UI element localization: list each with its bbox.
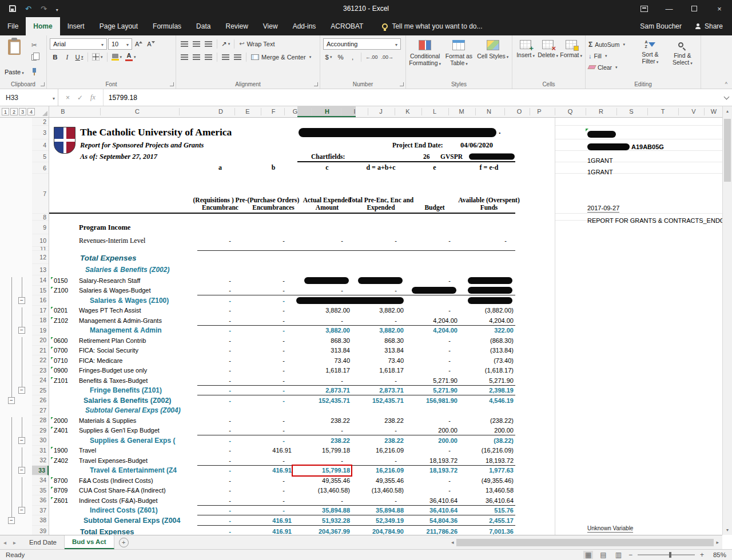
- borders-button[interactable]: [91, 51, 104, 63]
- redo-icon[interactable]: ↷: [41, 5, 47, 13]
- align-left-button[interactable]: [179, 51, 190, 63]
- account-name[interactable]: Fringes-Budget use only: [79, 367, 147, 374]
- top-align-button[interactable]: [179, 38, 190, 50]
- add-sheet-button[interactable]: +: [119, 538, 129, 547]
- name-box[interactable]: H33: [0, 89, 58, 106]
- account-code[interactable]: 2000: [51, 417, 67, 424]
- tab-add-ins[interactable]: Add-ins: [285, 17, 324, 35]
- cell-value[interactable]: (38.22): [452, 437, 515, 444]
- tab-insert[interactable]: Insert: [60, 17, 92, 35]
- side-cell[interactable]: 2017-09-27: [587, 205, 619, 213]
- format-cells-button[interactable]: Format: [560, 37, 582, 76]
- font-dialog-launcher-icon[interactable]: [170, 82, 174, 86]
- undo-icon[interactable]: ↶: [25, 5, 31, 13]
- autosum-button[interactable]: ΣAutoSum: [588, 39, 633, 50]
- column-header-R[interactable]: R: [599, 106, 603, 117]
- row-header-3[interactable]: 3: [32, 126, 49, 139]
- column-header-H[interactable]: H: [325, 106, 329, 117]
- account-name[interactable]: Salaries & Benefits (Z002): [83, 397, 172, 405]
- row-header-13[interactable]: 13: [32, 264, 49, 275]
- number-dialog-launcher-icon[interactable]: [400, 82, 404, 86]
- cell-value[interactable]: -: [396, 307, 459, 314]
- zoom-out-button[interactable]: −: [628, 551, 632, 559]
- sort-filter-button[interactable]: AZ Sort & Filter: [635, 37, 665, 76]
- cell-value[interactable]: 7,001.36: [452, 528, 515, 535]
- column-header-V[interactable]: V: [691, 106, 695, 117]
- row-label[interactable]: Salaries & Benefits (Z002): [85, 266, 169, 274]
- row-header-11[interactable]: 11: [32, 247, 49, 251]
- project-end-date-value[interactable]: 04/06/2020: [460, 141, 493, 150]
- row-header-18[interactable]: 18: [32, 315, 49, 326]
- column-header-O[interactable]: O: [517, 106, 522, 117]
- account-name[interactable]: CUA Cost Share-F&A (Indirect): [79, 487, 166, 494]
- cell-value[interactable]: -: [230, 347, 293, 354]
- cell-value[interactable]: 200.00: [452, 427, 515, 434]
- conditional-formatting-button[interactable]: Conditional Formatting: [409, 37, 441, 76]
- cell-value[interactable]: 4,546.19: [452, 397, 515, 404]
- enter-icon[interactable]: ✓: [77, 94, 83, 102]
- orientation-button[interactable]: ↗: [220, 38, 231, 50]
- decrease-decimal-button[interactable]: .00→: [380, 51, 395, 63]
- formula-input[interactable]: 15799.18: [104, 89, 721, 106]
- cell-value[interactable]: 211,786.26: [396, 528, 459, 535]
- sheet-nav-left-icon[interactable]: ◂: [0, 535, 10, 549]
- fill-button[interactable]: ↓Fill: [588, 50, 633, 61]
- row-header-2[interactable]: 2: [32, 118, 49, 126]
- page-break-view-button[interactable]: ▥: [614, 551, 623, 559]
- tab-view[interactable]: View: [256, 17, 285, 35]
- cell-value[interactable]: -: [230, 497, 293, 504]
- tab-home[interactable]: Home: [26, 17, 59, 35]
- cell-value[interactable]: 416.91: [230, 528, 293, 535]
- cell-value[interactable]: 416.91: [230, 517, 293, 524]
- outline-collapse-button[interactable]: −: [18, 507, 25, 514]
- sheet-tab-bud-vs-act[interactable]: Bud vs Act: [65, 535, 114, 549]
- account-name[interactable]: Total Expenses: [80, 527, 134, 535]
- cell-value[interactable]: 5,271.90: [396, 387, 459, 394]
- outline-collapse-button[interactable]: −: [18, 467, 25, 474]
- account-name[interactable]: Indirect Costs (F&A)-Budget: [79, 497, 158, 504]
- decrease-indent-button[interactable]: [220, 51, 231, 63]
- cell-value[interactable]: (16,216.09): [452, 447, 515, 454]
- cancel-icon[interactable]: ×: [66, 94, 70, 102]
- side-cell[interactable]: 1GRANT: [587, 157, 613, 165]
- account-code[interactable]: 8700: [51, 477, 67, 484]
- alignment-dialog-launcher-icon[interactable]: [314, 82, 318, 86]
- account-name[interactable]: Fringe Benefits (Z101): [90, 386, 162, 394]
- cell-value[interactable]: -: [230, 277, 293, 284]
- row-header-30[interactable]: 30: [32, 435, 49, 446]
- account-code[interactable]: 0700: [51, 347, 67, 354]
- row-header-15[interactable]: 15: [32, 286, 49, 296]
- outline-collapse-button[interactable]: −: [18, 437, 25, 444]
- column-header-N[interactable]: N: [487, 106, 491, 117]
- tab-formulas[interactable]: Formulas: [145, 17, 189, 35]
- accounting-number-format-button[interactable]: $: [323, 51, 334, 63]
- find-select-button[interactable]: Find & Select: [667, 37, 698, 76]
- cell-value[interactable]: 4,204.00: [452, 317, 515, 324]
- cell-value[interactable]: -: [230, 377, 293, 384]
- account-name[interactable]: Benefits & Taxes-Budget: [79, 377, 148, 384]
- account-code[interactable]: 0710: [51, 357, 67, 364]
- column-header-G[interactable]: G: [293, 106, 298, 117]
- tab-data[interactable]: Data: [189, 17, 218, 35]
- comma-style-button[interactable]: ,: [347, 51, 358, 63]
- cell-value[interactable]: -: [230, 337, 293, 344]
- row-header-22[interactable]: 22: [32, 355, 49, 366]
- increase-indent-button[interactable]: [232, 51, 243, 63]
- bold-button[interactable]: B: [50, 51, 61, 63]
- zoom-in-button[interactable]: +: [700, 551, 704, 559]
- underline-button[interactable]: U: [74, 51, 85, 63]
- cell-value[interactable]: -: [230, 437, 293, 444]
- row-label[interactable]: Total Expenses: [80, 253, 137, 262]
- account-name[interactable]: Salaries & Wages (Z100): [90, 297, 169, 305]
- cell-value[interactable]: 36,410.64: [396, 507, 459, 514]
- column-header-Q[interactable]: Q: [568, 106, 573, 117]
- column-header-S[interactable]: S: [629, 106, 633, 117]
- page-layout-view-button[interactable]: ▤: [598, 551, 608, 559]
- cell-value[interactable]: 5,271.90: [396, 377, 459, 384]
- account-name[interactable]: Travel: [79, 447, 96, 454]
- horizontal-scroll-thumb[interactable]: [456, 539, 714, 546]
- outline-collapse-button[interactable]: −: [18, 327, 25, 334]
- cell-value[interactable]: 2,398.19: [452, 387, 515, 394]
- cell-value[interactable]: (868.30): [452, 337, 515, 344]
- side-cell[interactable]: 1GRANT: [587, 168, 613, 176]
